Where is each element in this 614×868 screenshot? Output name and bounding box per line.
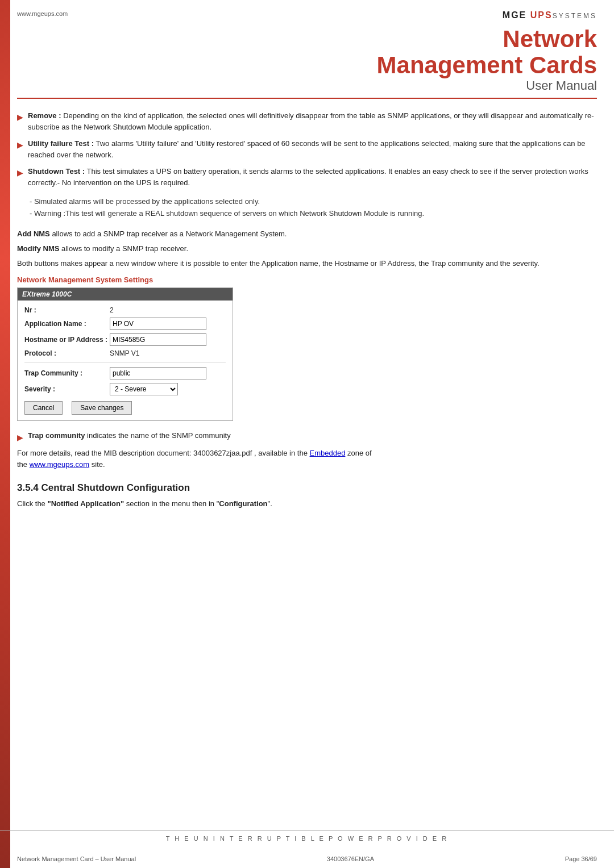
nms-add-text: allows to add a SNMP trap receiver as a … (50, 229, 287, 238)
form-select-severity[interactable]: 2 - Severe 1 - Info 3 - Critical (110, 383, 178, 395)
website-url: www.mgeups.com (17, 10, 68, 17)
list-item: ▶ Utility failure Test : Two alarms 'Uti… (17, 138, 597, 160)
title-section: Network Management Cards User Manual (17, 26, 597, 99)
sub-note-1: - Simulated alarms will be processed by … (30, 196, 597, 208)
form-row-appname: Application Name : (24, 318, 226, 330)
section-354-text: Click the "Notified Application" section… (17, 498, 597, 510)
bullet-bold-2: Utility failure Test : (28, 139, 94, 148)
title-user-manual: User Manual (17, 78, 597, 93)
form-label-severity: Severity : (24, 385, 110, 393)
footer-center: 34003676EN/GA (327, 856, 374, 862)
footer-left: Network Management Card – User Manual (17, 856, 136, 862)
form-header-device: EXtreme 1000C (18, 288, 233, 301)
brand-ups: UPS (526, 10, 552, 20)
form-row-severity: Severity : 2 - Severe 1 - Info 3 - Criti… (24, 383, 226, 395)
footer-right: Page 36/69 (565, 856, 597, 862)
form-input-hostname[interactable] (110, 333, 206, 346)
trap-section: ▶ Trap community indicates the name of t… (17, 430, 597, 471)
nms-add: Add NMS allows to add a SNMP trap receiv… (17, 228, 597, 240)
trap-community-bold: Trap community (28, 431, 85, 440)
section-354: 3.5.4 Central Shutdown Configuration Cli… (17, 482, 597, 510)
bullet-text-3: This test simulates a UPS on battery ope… (28, 167, 588, 187)
title-network: Network (17, 26, 597, 52)
sub-notes: - Simulated alarms will be processed by … (30, 196, 597, 220)
nms-add-bold: Add NMS (17, 229, 50, 238)
form-value-protocol: SNMP V1 (110, 349, 139, 357)
save-button[interactable]: Save changes (72, 401, 132, 415)
footer-tagline: T H E U N I N T E R R U P T I B L E P O … (17, 835, 597, 842)
trap-details-text: For more details, read the MIB descripti… (17, 448, 597, 460)
bullet-bold-1: Remove : (28, 111, 61, 120)
top-bar: www.mgeups.com MGE UPSSYSTEMS (17, 10, 597, 20)
nms-modify-text: allows to modify a SNMP trap receiver. (59, 244, 188, 253)
section-354-heading: 3.5.4 Central Shutdown Configuration (17, 482, 597, 494)
form-body: Nr : 2 Application Name : Hostname or IP… (18, 301, 233, 420)
cancel-button[interactable]: Cancel (24, 401, 63, 415)
left-accent-bar (0, 0, 10, 868)
nms-both-buttons: Both buttons makes appear a new window w… (17, 257, 597, 270)
brand-systems: SYSTEMS (553, 12, 597, 20)
bullet-icon: ▶ (17, 139, 23, 151)
form-label-trap-community: Trap Community : (24, 369, 110, 377)
form-input-appname[interactable] (110, 318, 206, 330)
form-input-trap-community[interactable] (110, 367, 206, 379)
bullet-text-1: Depending on the kind of application, th… (28, 111, 594, 131)
form-label-protocol: Protocol : (24, 349, 110, 357)
footer-divider: T H E U N I N T E R R U P T I B L E P O … (0, 830, 614, 845)
nms-section: Add NMS allows to add a SNMP trap receiv… (17, 228, 597, 270)
notified-application-bold: "Notified Application" (47, 499, 124, 508)
form-label-appname: Application Name : (24, 320, 110, 328)
bullet-list: ▶ Remove : Depending on the kind of appl… (17, 110, 597, 188)
embedded-link[interactable]: Embedded (310, 449, 346, 457)
trap-website-text: the www.mgeups.com site. (17, 459, 597, 471)
list-item: ▶ Shutdown Test : This test simulates a … (17, 166, 597, 188)
brand-mge: MGE (503, 10, 526, 20)
form-value-nr: 2 (110, 306, 114, 314)
form-row-hostname: Hostname or IP Address : (24, 333, 226, 346)
nms-modify-bold: Modify NMS (17, 244, 59, 253)
website-link[interactable]: www.mgeups.com (30, 460, 89, 469)
title-management-cards: Management Cards (17, 52, 597, 78)
nms-modify: Modify NMS allows to modify a SNMP trap … (17, 243, 597, 255)
configuration-bold: Configuration (219, 499, 267, 508)
brand-logo: MGE UPSSYSTEMS (503, 10, 597, 20)
nms-settings-heading: Network Management System Settings (17, 276, 597, 284)
nms-form-container: EXtreme 1000C Nr : 2 Application Name : … (17, 287, 233, 421)
trap-bullet: ▶ Trap community indicates the name of t… (17, 430, 597, 444)
bullet-icon: ▶ (17, 167, 23, 179)
form-label-nr: Nr : (24, 306, 110, 314)
form-row-trap-community: Trap Community : (24, 367, 226, 379)
form-row-nr: Nr : 2 (24, 306, 226, 314)
form-label-hostname: Hostname or IP Address : (24, 336, 110, 344)
bullet-text-2: Two alarms 'Utility failure' and 'Utilit… (28, 139, 586, 159)
trap-community-text: indicates the name of the SNMP community (87, 431, 231, 440)
form-divider (24, 362, 226, 362)
list-item: ▶ Remove : Depending on the kind of appl… (17, 110, 597, 132)
bullet-icon: ▶ (17, 111, 23, 123)
footer-bottom: Network Management Card – User Manual 34… (17, 856, 597, 862)
sub-note-2: - Warning :This test will generate a REA… (30, 208, 597, 220)
form-buttons: Cancel Save changes (24, 401, 226, 415)
bullet-bold-3: Shutdown Test : (28, 167, 85, 176)
form-row-protocol: Protocol : SNMP V1 (24, 349, 226, 357)
trap-bullet-icon: ▶ (17, 431, 23, 444)
